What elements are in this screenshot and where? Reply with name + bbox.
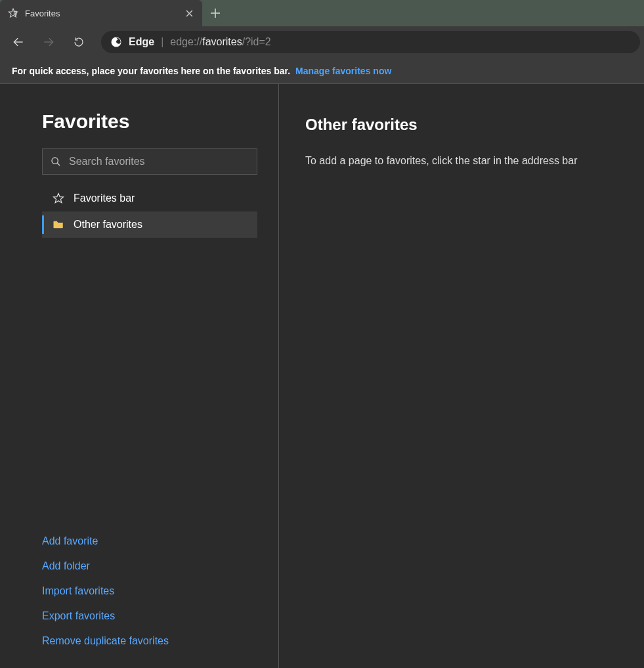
sidebar-item-favorites-bar[interactable]: Favorites bar: [42, 185, 257, 212]
back-button[interactable]: [4, 29, 33, 55]
svg-marker-13: [54, 194, 64, 203]
tab-bar: Favorites: [0, 0, 644, 26]
new-tab-button[interactable]: [202, 0, 228, 26]
manage-favorites-link[interactable]: Manage favorites now: [295, 66, 391, 76]
tab-title: Favorites: [25, 9, 60, 18]
forward-button[interactable]: [34, 29, 63, 55]
refresh-button[interactable]: [64, 29, 93, 55]
sidebar-item-label: Favorites bar: [74, 192, 135, 204]
favorites-bar-hint-text: For quick access, place your favorites h…: [12, 66, 290, 76]
toolbar: Edge | edge://favorites/?id=2: [0, 26, 644, 58]
close-tab-button[interactable]: [184, 8, 194, 18]
search-box[interactable]: [42, 148, 257, 175]
sidebar-title: Favorites: [42, 110, 257, 133]
action-remove-duplicates[interactable]: Remove duplicate favorites: [42, 635, 257, 647]
address-url: edge://favorites/?id=2: [170, 36, 270, 48]
address-label: Edge: [129, 36, 154, 48]
action-add-favorite[interactable]: Add favorite: [42, 535, 257, 547]
folder-icon: [53, 219, 64, 231]
action-export-favorites[interactable]: Export favorites: [42, 610, 257, 622]
svg-point-11: [52, 158, 58, 164]
favorites-bar-hint: For quick access, place your favorites h…: [0, 58, 644, 84]
main-heading: Other favorites: [305, 116, 618, 134]
star-outline-icon: [53, 192, 64, 204]
browser-tab[interactable]: Favorites: [0, 0, 202, 26]
search-input[interactable]: [69, 156, 249, 167]
action-import-favorites[interactable]: Import favorites: [42, 585, 257, 597]
edge-logo-icon: [110, 36, 122, 48]
search-icon: [51, 156, 61, 167]
content-area: Favorites Favorites bar: [0, 84, 644, 668]
sidebar-item-label: Other favorites: [74, 219, 142, 231]
sidebar-actions: Add favorite Add folder Import favorites…: [42, 535, 257, 652]
favorites-star-icon: [8, 8, 18, 18]
address-bar[interactable]: Edge | edge://favorites/?id=2: [101, 31, 640, 53]
sidebar: Favorites Favorites bar: [0, 84, 279, 668]
action-add-folder[interactable]: Add folder: [42, 560, 257, 572]
svg-line-12: [57, 163, 60, 166]
main-empty-text: To add a page to favorites, click the st…: [305, 155, 618, 167]
main-panel: Other favorites To add a page to favorit…: [279, 84, 644, 668]
sidebar-item-other-favorites[interactable]: Other favorites: [42, 212, 257, 238]
address-divider: |: [161, 36, 163, 48]
